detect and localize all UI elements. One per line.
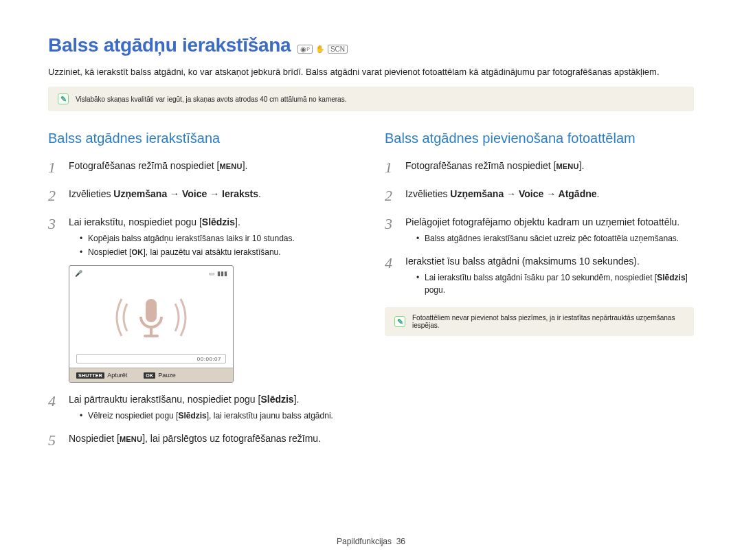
recording-mic-graphic — [106, 287, 196, 348]
step-number: 4 — [48, 390, 60, 423]
step-body: Ierakstiet īsu balss atgādni (maksimums … — [405, 251, 694, 298]
step-body: Pielāgojiet fotografējamo objektu kadram… — [405, 212, 694, 246]
battery-icon: ▭ ▮▮▮ — [209, 270, 227, 277]
ok-icon: OK — [131, 247, 143, 258]
step-number: 2 — [385, 184, 397, 207]
screenshot-shutter-label: SHUTTER Apturēt — [76, 372, 127, 379]
step-number: 4 — [385, 251, 397, 298]
menu-icon: MENU — [219, 161, 242, 172]
step-number: 5 — [48, 429, 60, 451]
mic-indicator-icon: 🎤 — [75, 270, 82, 277]
camera-screenshot: 🎤 ▭ ▮▮▮ — [69, 265, 234, 383]
svg-rect-1 — [150, 326, 153, 335]
step-number: 1 — [48, 156, 60, 179]
note-icon: ✎ — [394, 316, 405, 327]
step-body: Lai ierakstītu, nospiediet pogu [Slēdzis… — [69, 212, 357, 260]
right-column: Balss atgādnes pievienošana fotoattēlam … — [385, 131, 694, 457]
sub-bullet: Balss atgādnes ierakstīšanu sāciet uzrei… — [416, 232, 694, 245]
step-body: Fotografēšanas režīmā nospiediet [MENU]. — [69, 156, 357, 179]
svg-rect-0 — [146, 299, 157, 322]
screenshot-ok-label: OK Pauze — [144, 372, 176, 379]
tip-text: Vislabāko skaņas kvalitāti var iegūt, ja… — [76, 96, 346, 103]
mode-icon-p: ◉P — [297, 45, 313, 54]
mode-icons: ◉P ✋ SCN — [297, 45, 348, 54]
sub-bullet: Kopējais balss atgādņu ierakstīšanas lai… — [80, 232, 357, 245]
sub-bullet: Lai ierakstītu balss atgādni īsāku par 1… — [416, 271, 694, 296]
sub-bullet: Nospiediet [OK], lai pauzētu vai atsāktu… — [80, 246, 357, 258]
step-body: Lai pārtrauktu ierakstīšanu, nospiediet … — [69, 390, 357, 423]
page-footer: Papildfunkcijas 36 — [0, 537, 742, 546]
step-body: Izvēlieties Uzņemšana → Voice → Atgādne. — [405, 184, 694, 207]
step-number: 3 — [48, 212, 60, 260]
step-number: 2 — [48, 184, 60, 207]
mode-icon-hand: ✋ — [315, 45, 325, 54]
step-body: Nospiediet [MENU], lai pārslēgtos uz fot… — [69, 429, 357, 451]
note-icon: ✎ — [58, 93, 69, 104]
svg-rect-2 — [144, 335, 159, 337]
tip-text: Fotoattēliem nevar pievienot balss piezī… — [412, 314, 684, 329]
menu-icon: MENU — [120, 434, 142, 445]
left-column: Balss atgādnes ierakstīšana 1 Fotografēš… — [48, 131, 357, 457]
step-body: Izvēlieties Uzņemšana → Voice → Ieraksts… — [69, 184, 357, 207]
page-title: Balss atgādņu ierakstīšana — [48, 34, 291, 56]
sub-bullet: Vēlreiz nospiediet pogu [Slēdzis], lai i… — [80, 410, 357, 422]
section-title-attach: Balss atgādnes pievienošana fotoattēlam — [385, 131, 694, 146]
step-number: 1 — [385, 156, 397, 179]
intro-paragraph: Uzziniet, kā ierakstīt balss atgādni, ko… — [48, 66, 694, 78]
menu-icon: MENU — [556, 161, 578, 172]
tip-box-quality: ✎ Vislabāko skaņas kvalitāti var iegūt, … — [48, 87, 694, 111]
tip-box-continuous: ✎ Fotoattēliem nevar pievienot balss pie… — [385, 307, 694, 336]
step-number: 3 — [385, 212, 397, 246]
section-title-recording: Balss atgādnes ierakstīšana — [48, 131, 357, 146]
step-body: Fotografēšanas režīmā nospiediet [MENU]. — [405, 156, 694, 179]
recording-timecode: 00:00:07 — [76, 354, 226, 363]
mode-icon-scn: SCN — [328, 45, 348, 54]
